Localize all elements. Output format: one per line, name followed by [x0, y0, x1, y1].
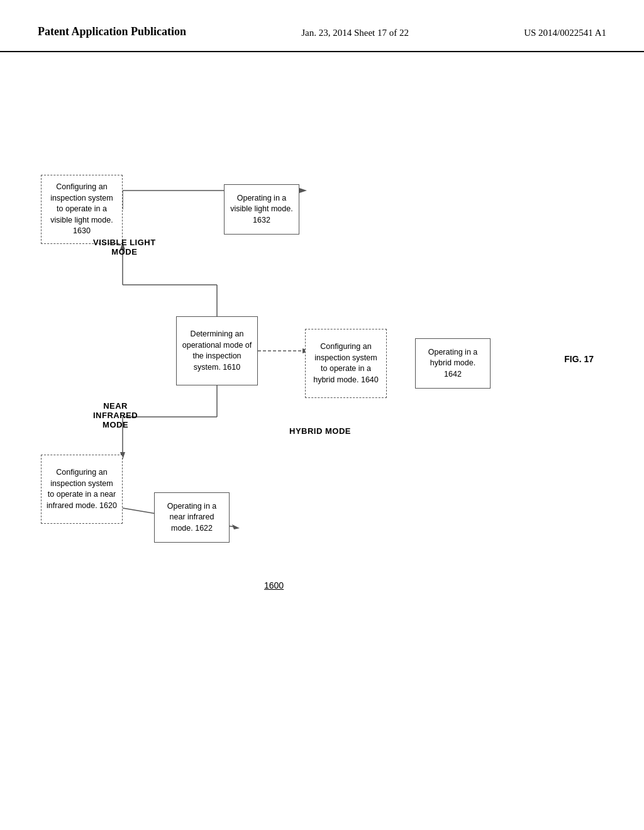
box-1622: Operating in a near infrared mode. 1622	[154, 492, 230, 543]
svg-marker-14	[232, 524, 240, 529]
publication-title: Patent Application Publication	[38, 25, 186, 38]
publication-number: US 2014/0022541 A1	[524, 25, 606, 38]
box-1640: Configuring an inspection system to oper…	[305, 329, 387, 398]
box-1632: Operating in a visible light mode. 1632	[224, 184, 299, 235]
page-header: Patent Application Publication Jan. 23, …	[0, 0, 644, 52]
diagram-area: Determining an operational mode of the i…	[0, 52, 644, 794]
box-1610: Determining an operational mode of the i…	[176, 316, 258, 385]
box-1642: Operating in a hybrid mode. 1642	[415, 338, 491, 389]
hybrid-mode-label: HYBRID MODE	[289, 426, 351, 436]
near-infrared-mode-label: NEARINFRAREDMODE	[93, 401, 138, 429]
figure-label: FIG. 17	[564, 354, 594, 364]
box-1620: Configuring an inspection system to oper…	[41, 455, 123, 524]
publication-date-sheet: Jan. 23, 2014 Sheet 17 of 22	[301, 25, 409, 38]
visible-light-mode-label: VISIBLE LIGHTMODE	[93, 228, 156, 257]
svg-marker-12	[299, 188, 307, 193]
ref-number: 1600	[264, 580, 284, 590]
